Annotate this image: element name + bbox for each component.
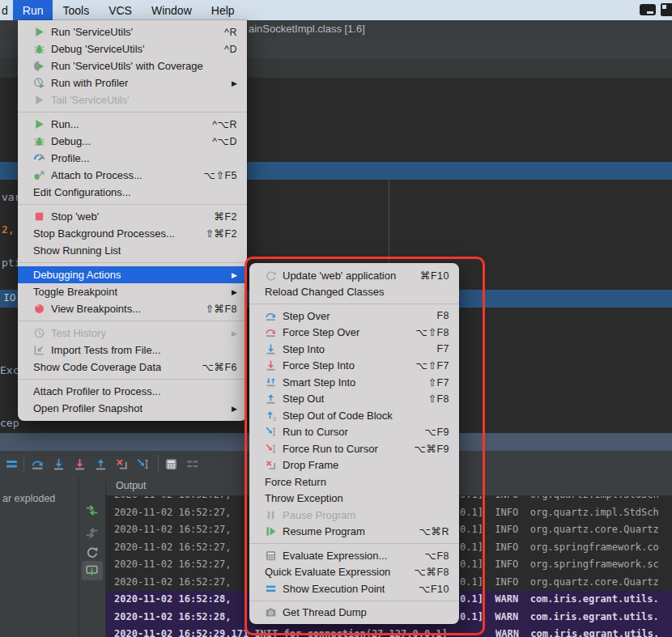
toolbar-evaluate-icon[interactable] <box>164 457 178 471</box>
debug-submenu-item-run-to-cursor[interactable]: Run to Cursor⌥F9 <box>249 424 459 441</box>
tab-output[interactable]: Output <box>116 480 147 491</box>
run-menu-item-debugging-actions[interactable]: Debugging Actions▶ <box>18 266 247 283</box>
menubar-item-run[interactable]: Run <box>13 0 53 20</box>
log-message-fragment: 0.1] INFO org.quartz.impl.StdSch <box>460 504 659 522</box>
strip-swap-gray-icon[interactable] <box>85 526 99 540</box>
debug-submenu-item-resume-program[interactable]: Resume Program⌥⌘R <box>249 524 459 541</box>
menu-item-shortcut: F8 <box>423 310 449 321</box>
profiler-run-icon <box>33 77 45 89</box>
run-menu-item-view-breakpoints[interactable]: View Breakpoints...⇧⌘F8 <box>18 300 247 317</box>
debug-submenu-item-force-step-over[interactable]: Force Step Over⌥⇧F8 <box>249 325 459 342</box>
run-menu-item-toggle-breakpoint[interactable]: Toggle Breakpoint▶ <box>18 283 247 300</box>
strip-sync-icon[interactable] <box>85 546 99 559</box>
run-menu-item-import-tests-from-file[interactable]: Import Tests from File... <box>18 342 247 359</box>
toolbar-step-out-blue-icon[interactable] <box>94 457 108 471</box>
menu-item-label: Run 'ServiceUtils' <box>51 26 133 38</box>
debug-submenu-item-show-execution-point[interactable]: Show Execution Point⌥F10 <box>249 580 459 597</box>
toolbar-step-into-blue-icon[interactable] <box>52 457 66 471</box>
submenu-arrow-icon: ▶ <box>219 288 237 296</box>
run-menu-item-run-serviceutils[interactable]: Run 'ServiceUtils'^R <box>18 23 247 40</box>
debug-submenu-item-force-step-into[interactable]: Force Step Into⌥⇧F7 <box>249 358 459 375</box>
submenu-arrow-icon: ▶ <box>219 405 237 413</box>
menubar-item-vcs[interactable]: VCS <box>99 0 142 20</box>
menu-separator <box>18 108 247 116</box>
debugging-actions-submenu: Update 'web' application⌘F10Reload Chang… <box>249 263 459 624</box>
log-message-fragment: 0.1] INFO org.springframework.co <box>460 539 659 557</box>
run-menu-item-profile[interactable]: Profile... <box>18 150 247 167</box>
log-timestamp: 2020-11-02 16:52:28, <box>114 591 232 609</box>
debug-submenu-item-reload-changed-classes[interactable]: Reload Changed Classes <box>249 284 459 301</box>
menu-item-shortcut: ⌥F10 <box>406 583 449 595</box>
toolbar-step-over-blue-icon[interactable] <box>31 457 45 471</box>
debug-submenu-item-update-web-application[interactable]: Update 'web' application⌘F10 <box>249 267 459 284</box>
run-menu-item-run-serviceutils-with-coverage[interactable]: Run 'ServiceUtils' with Coverage <box>18 57 247 74</box>
run-menu-item-debug-serviceutils[interactable]: Debug 'ServiceUtils'^D <box>18 40 247 57</box>
menu-item-label: Debug... <box>51 135 91 147</box>
menu-item-label: Toggle Breakpoint <box>33 286 117 298</box>
debug-submenu-item-force-run-to-cursor[interactable]: Force Run to Cursor⌥⌘F9 <box>249 440 459 457</box>
menu-item-label: Throw Exception <box>265 492 343 504</box>
menu-item-shortcut: ⇧⌘F2 <box>192 227 237 240</box>
debug-submenu-item-step-out[interactable]: Step Out⇧F8 <box>249 391 459 408</box>
toolbar-run-to-cursor-blue-icon[interactable] <box>136 457 150 471</box>
run-menu-item-debug[interactable]: Debug...^⌥D <box>18 133 247 150</box>
menu-item-label: Run to Cursor <box>283 426 348 438</box>
bug-icon <box>33 43 45 55</box>
submenu-arrow-icon: ▶ <box>219 79 237 87</box>
profiler-gauge-icon <box>33 152 45 164</box>
run-to-cursor-red-icon <box>265 443 277 455</box>
menu-item-label: Tail 'ServiceUtils' <box>51 94 130 106</box>
debug-submenu-item-quick-evaluate-expression[interactable]: Quick Evaluate Expression⌥⌘F8 <box>249 564 459 581</box>
debug-submenu-item-evaluate-expression[interactable]: Evaluate Expression...⌥F8 <box>249 547 459 564</box>
deployment-tree-item[interactable]: ar exploded <box>2 493 55 504</box>
menu-separator <box>18 376 247 383</box>
toolbar-exec-point-icon[interactable] <box>5 457 19 471</box>
step-out-blue-icon <box>265 393 277 405</box>
menubar-item-partial[interactable]: d <box>0 0 13 20</box>
run-menu-item-show-code-coverage-data[interactable]: Show Code Coverage Data⌥⌘F6 <box>18 359 247 376</box>
stop-icon <box>33 210 45 223</box>
menu-item-label: Update 'web' application <box>283 270 396 282</box>
run-menu-item-attach-profiler-to-process[interactable]: Attach Profiler to Process... <box>18 383 247 400</box>
run-menu-item-stop-web[interactable]: Stop 'web'⌘F2 <box>18 208 247 225</box>
toolbar-drop-frame-icon[interactable] <box>115 457 129 471</box>
menu-item-label: Force Step Over <box>283 326 359 338</box>
run-menu-item-show-running-list[interactable]: Show Running List <box>18 242 247 259</box>
menu-item-shortcut: ⇧F7 <box>415 376 449 389</box>
menubar-item-window[interactable]: Window <box>142 0 202 20</box>
debug-submenu-item-force-return[interactable]: Force Return <box>249 474 459 490</box>
step-out-block-icon: 0 <box>265 410 277 422</box>
run-menu-item-stop-background-processes[interactable]: Stop Background Processes...⇧⌘F2 <box>18 225 247 242</box>
run-menu-item-run-with-profiler[interactable]: Run with Profiler▶ <box>18 74 247 91</box>
deployment-panel: ar exploded <box>0 478 79 637</box>
window-title: ainSocketImpl.class [1.6] <box>249 23 365 35</box>
status-menu-icon[interactable] <box>661 3 672 16</box>
run-menu-item-attach-to-process[interactable]: Attach to Process...⌥⇧F5 <box>18 167 247 184</box>
menu-item-label: Show Execution Point <box>283 583 385 595</box>
menubar-item-tools[interactable]: Tools <box>53 0 99 20</box>
debug-submenu-item-step-over[interactable]: Step OverF8 <box>249 308 459 325</box>
menu-item-label: Run... <box>51 118 79 130</box>
debug-submenu-item-smart-step-into[interactable]: Smart Step Into⇧F7 <box>249 374 459 391</box>
run-menu-item-edit-configurations[interactable]: Edit Configurations... <box>18 184 247 201</box>
input-source-icon[interactable] <box>640 4 656 15</box>
log-timestamp: 2020-11-02 16:52:27, <box>114 521 232 539</box>
menu-item-label: Attach to Process... <box>51 169 142 181</box>
debug-submenu-item-get-thread-dump[interactable]: Get Thread Dump <box>249 605 459 622</box>
run-menu-item-run[interactable]: Run...^⌥R <box>18 116 247 133</box>
debug-submenu-item-step-out-of-code-block[interactable]: 0Step Out of Code Block <box>249 407 459 424</box>
debug-submenu-item-step-into[interactable]: Step IntoF7 <box>249 341 459 358</box>
smart-step-into-icon <box>265 376 277 389</box>
menu-item-label: Reload Changed Classes <box>265 286 384 298</box>
strip-deploy-icon[interactable] <box>85 503 99 517</box>
svg-text:0: 0 <box>273 416 276 422</box>
toolbar-trace-icon[interactable] <box>185 457 199 471</box>
run-menu-item-tail-serviceutils: Tail 'ServiceUtils' <box>18 91 247 108</box>
run-menu-item-open-profiler-snapshot[interactable]: Open Profiler Snapshot▶ <box>18 400 247 417</box>
menu-item-shortcut: ⌥⇧F7 <box>403 359 449 372</box>
debug-submenu-item-throw-exception[interactable]: Throw Exception <box>249 490 459 507</box>
menubar-item-help[interactable]: Help <box>202 0 245 20</box>
toolbar-step-into-red-icon[interactable] <box>73 457 87 471</box>
strip-showback-icon[interactable] <box>85 564 99 578</box>
debug-submenu-item-drop-frame[interactable]: Drop Frame <box>249 457 459 474</box>
